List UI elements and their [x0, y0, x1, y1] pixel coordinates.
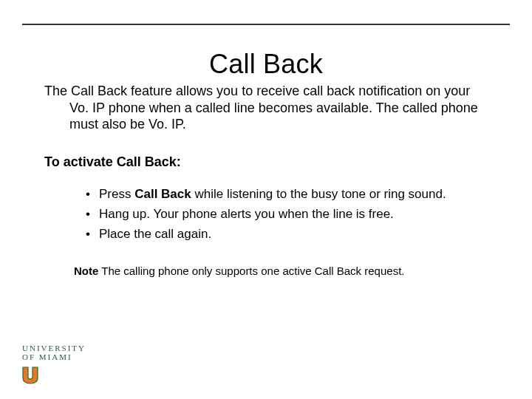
steps-list: Press Call Back while listening to the b…	[44, 186, 489, 243]
step-text-post: while listening to the busy tone or ring…	[191, 187, 446, 201]
university-logo: UNIVERSITY OF MIAMI	[22, 344, 86, 384]
list-item: Hang up. Your phone alerts you when the …	[86, 206, 489, 223]
step-text-pre: Place the call again.	[99, 227, 211, 241]
slide: Call Back The Call Back feature allows y…	[0, 0, 532, 399]
note: Note The calling phone only supports one…	[74, 264, 489, 279]
u-logo-icon	[22, 366, 38, 384]
logo-wordmark: UNIVERSITY OF MIAMI	[22, 344, 86, 362]
list-item: Place the call again.	[86, 226, 489, 243]
step-text-pre: Press	[99, 187, 134, 201]
page-title: Call Back	[0, 49, 532, 80]
section-heading: To activate Call Back:	[44, 154, 489, 171]
top-rule	[22, 24, 510, 25]
step-text-pre: Hang up. Your phone alerts you when the …	[99, 207, 394, 221]
logo-line1: UNIVERSITY	[22, 344, 86, 353]
note-lead: Note	[74, 265, 98, 277]
body-content: The Call Back feature allows you to rece…	[44, 83, 489, 289]
intro-paragraph: The Call Back feature allows you to rece…	[44, 83, 489, 133]
step-text-bold: Call Back	[134, 187, 191, 201]
list-item: Press Call Back while listening to the b…	[86, 186, 489, 203]
note-text: The calling phone only supports one acti…	[98, 265, 404, 277]
logo-line2: OF MIAMI	[22, 352, 86, 362]
